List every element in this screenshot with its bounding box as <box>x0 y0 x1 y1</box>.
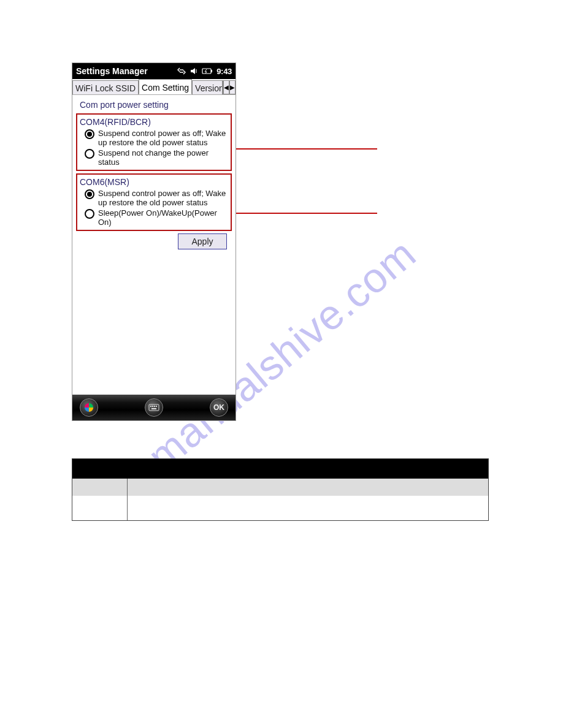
svg-rect-4 <box>152 406 153 407</box>
tab-strip: WiFi Lock SSID Com Setting Version a ◀ ▶ <box>72 79 236 95</box>
tab-scroll-left[interactable]: ◀ <box>223 80 229 94</box>
tab-wifi-lock-ssid[interactable]: WiFi Lock SSID <box>72 80 139 94</box>
table-header-grey <box>72 479 488 496</box>
clock-text: 9:43 <box>216 67 232 76</box>
radio-label: Suspend control power as off; Wake up re… <box>98 129 229 147</box>
table-cell-right <box>128 496 488 520</box>
device-screenshot: Settings Manager 9:43 WiFi Lock SSID Com… <box>72 63 236 421</box>
svg-rect-6 <box>156 406 157 407</box>
group-com6: COM6(MSR) Suspend control power as off; … <box>76 173 232 231</box>
table-header-cell-left <box>72 479 128 496</box>
tab-version[interactable]: Version a <box>192 80 223 94</box>
battery-icon <box>202 67 213 75</box>
annotation-line-1 <box>236 148 377 150</box>
taskbar: OK <box>72 395 236 420</box>
table-header-black <box>72 459 488 479</box>
keyboard-icon <box>148 404 159 411</box>
keyboard-button[interactable] <box>145 398 163 417</box>
table-cell-left <box>72 496 128 520</box>
tab-scroll: ◀ ▶ <box>223 80 236 94</box>
tab-content: Com port power setting COM4(RFID/BCR) Su… <box>72 95 236 249</box>
radio-com4-option1[interactable]: Suspend control power as off; Wake up re… <box>80 128 229 148</box>
window-title: Settings Manager <box>76 66 177 76</box>
svg-rect-2 <box>149 404 159 411</box>
section-title: Com port power setting <box>80 100 232 110</box>
table-header-cell-right <box>128 479 488 496</box>
radio-icon <box>85 149 94 159</box>
annotation-line-2 <box>236 213 377 214</box>
svg-rect-7 <box>151 408 156 409</box>
tab-com-setting[interactable]: Com Setting <box>139 79 192 94</box>
apply-button[interactable]: Apply <box>178 233 227 249</box>
radio-com6-option2[interactable]: Sleep(Power On)/WakeUp(Power On) <box>80 208 229 227</box>
tab-scroll-right[interactable]: ▶ <box>229 80 236 94</box>
ok-label: OK <box>213 403 224 412</box>
doc-table <box>72 458 489 521</box>
radio-com4-option2[interactable]: Suspend not change the power status <box>80 148 229 167</box>
volume-icon <box>190 67 198 75</box>
radio-icon <box>85 189 94 199</box>
radio-label: Suspend control power as off; Wake up re… <box>98 189 229 207</box>
radio-label: Suspend not change the power status <box>98 148 229 167</box>
sync-icon <box>177 67 186 75</box>
svg-rect-1 <box>211 70 212 72</box>
start-button[interactable] <box>80 398 98 417</box>
window-titlebar: Settings Manager 9:43 <box>72 63 236 79</box>
group-com6-title: COM6(MSR) <box>80 177 229 187</box>
ok-button[interactable]: OK <box>210 398 228 417</box>
svg-rect-3 <box>150 406 151 407</box>
windows-icon <box>83 402 94 413</box>
table-row <box>72 496 488 520</box>
group-com4-title: COM4(RFID/BCR) <box>80 117 229 127</box>
radio-icon <box>85 209 94 219</box>
radio-com6-option1[interactable]: Suspend control power as off; Wake up re… <box>80 188 229 208</box>
radio-icon <box>85 129 94 139</box>
radio-label: Sleep(Power On)/WakeUp(Power On) <box>98 208 229 227</box>
group-com4: COM4(RFID/BCR) Suspend control power as … <box>76 113 232 171</box>
svg-rect-5 <box>154 406 155 407</box>
